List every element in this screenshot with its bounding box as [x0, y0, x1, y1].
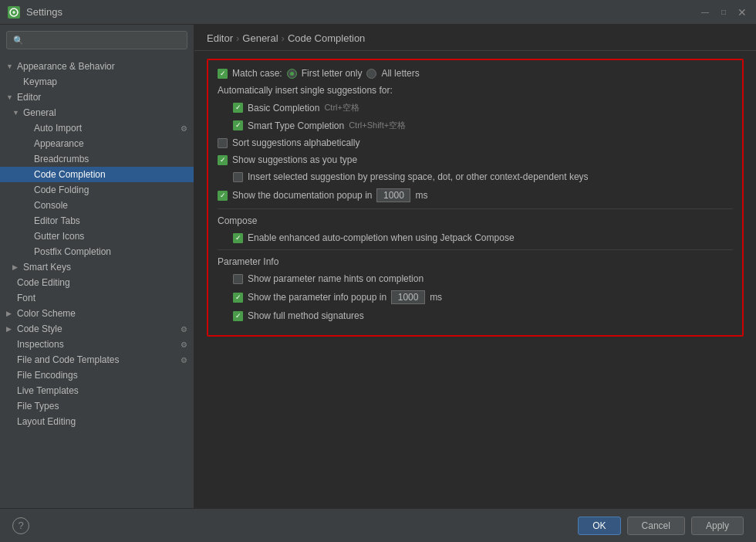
- sort-alpha-label: Sort suggestions alphabetically: [232, 137, 359, 148]
- sidebar-item-code-completion[interactable]: Code Completion: [0, 167, 194, 182]
- maximize-button[interactable]: □: [717, 6, 730, 19]
- insert-selected-checkbox[interactable]: [233, 172, 243, 182]
- expand-icon: ▼: [6, 63, 17, 70]
- all-letters-label: All letters: [381, 68, 419, 79]
- sidebar-item-console[interactable]: Console: [0, 198, 194, 213]
- param-popup-checkbox[interactable]: [233, 293, 243, 303]
- sidebar-item-auto-import[interactable]: Auto Import ⚙: [0, 120, 194, 136]
- show-doc-popup-checkbox[interactable]: [218, 191, 228, 201]
- breadcrumb: Editor › General › Code Completion: [194, 25, 756, 51]
- breadcrumb-sep2: ›: [282, 32, 285, 44]
- sidebar-item-keymap[interactable]: Keymap: [0, 74, 194, 90]
- sidebar-item-gutter-icons[interactable]: Gutter Icons: [0, 229, 194, 244]
- popup-ms-label: ms: [415, 190, 427, 201]
- sidebar-label: Postfix Completion: [34, 246, 187, 257]
- cancel-button[interactable]: Cancel: [627, 517, 685, 535]
- breadcrumb-general: General: [242, 32, 278, 44]
- param-name-hints-label: Show parameter name hints on completion: [248, 273, 424, 284]
- sort-alpha-row: Sort suggestions alphabetically: [218, 137, 733, 148]
- sort-alpha-checkbox[interactable]: [218, 138, 228, 148]
- sidebar-item-color-scheme[interactable]: ▶ Color Scheme: [0, 306, 194, 321]
- sidebar-item-code-folding[interactable]: Code Folding: [0, 182, 194, 198]
- first-letter-radio[interactable]: [287, 69, 297, 79]
- sidebar-item-appearance[interactable]: Appearance: [0, 136, 194, 151]
- separator1: [218, 208, 733, 209]
- match-case-checkbox[interactable]: [218, 69, 228, 79]
- sidebar-item-layout-editing[interactable]: Layout Editing: [0, 414, 194, 429]
- smart-type-label: Smart Type Completion: [248, 120, 344, 131]
- sidebar-item-appearance-behavior[interactable]: ▼ Appearance & Behavior: [0, 59, 194, 74]
- sidebar-item-file-types[interactable]: File Types: [0, 398, 194, 414]
- settings-icon: ⚙: [181, 325, 187, 334]
- sidebar-item-file-encodings[interactable]: File Encodings: [0, 368, 194, 383]
- search-input[interactable]: [27, 35, 181, 46]
- param-popup-label: Show the parameter info popup in: [248, 292, 386, 303]
- sidebar-item-postfix-completion[interactable]: Postfix Completion: [0, 244, 194, 259]
- sidebar-label: Appearance & Behavior: [17, 61, 187, 72]
- smart-type-row: Smart Type Completion Ctrl+Shift+空格: [218, 120, 733, 131]
- sidebar: 🔍 ▼ Appearance & Behavior Keymap ▼ Edito…: [0, 25, 194, 508]
- settings-icon: ⚙: [181, 356, 187, 364]
- sidebar-label: Live Templates: [17, 385, 187, 396]
- all-letters-radio[interactable]: [366, 69, 376, 79]
- expand-icon: ▶: [6, 310, 17, 317]
- apply-button[interactable]: Apply: [691, 517, 744, 535]
- expand-icon: ▼: [12, 109, 23, 117]
- compose-enable-checkbox[interactable]: [233, 233, 243, 243]
- sidebar-item-file-code-templates[interactable]: File and Code Templates ⚙: [0, 352, 194, 368]
- sidebar-label: Inspections: [17, 339, 177, 350]
- param-info-section-label: Parameter Info: [218, 256, 278, 267]
- param-ms-label: ms: [430, 292, 442, 303]
- param-name-hints-row: Show parameter name hints on completion: [218, 273, 733, 284]
- sidebar-label: Console: [34, 200, 187, 211]
- window-title: Settings: [26, 6, 699, 18]
- close-button[interactable]: ✕: [736, 6, 748, 19]
- show-as-type-row: Show suggestions as you type: [218, 154, 733, 165]
- basic-completion-checkbox[interactable]: [233, 103, 243, 113]
- sidebar-label: Appearance: [34, 138, 187, 149]
- popup-delay-input[interactable]: [376, 188, 410, 202]
- settings-panel: Match case: First letter only All letter…: [194, 51, 756, 508]
- match-case-row: Match case: First letter only All letter…: [218, 68, 733, 79]
- sidebar-item-smart-keys[interactable]: ▶ Smart Keys: [0, 259, 194, 275]
- separator2: [218, 249, 733, 250]
- show-doc-popup-label: Show the documentation popup in: [232, 190, 372, 201]
- bottom-buttons: OK Cancel Apply: [578, 517, 744, 535]
- basic-shortcut: Ctrl+空格: [324, 102, 359, 113]
- smart-type-checkbox[interactable]: [233, 120, 243, 130]
- auto-insert-row: Automatically insert single suggestions …: [218, 85, 733, 96]
- insert-selected-label: Insert selected suggestion by pressing s…: [248, 171, 589, 182]
- help-button[interactable]: ?: [12, 517, 29, 534]
- sidebar-label: General: [23, 107, 187, 118]
- sidebar-item-font[interactable]: Font: [0, 290, 194, 306]
- ok-button[interactable]: OK: [578, 517, 620, 535]
- sidebar-label: Breadcrumbs: [34, 154, 187, 164]
- sidebar-item-code-style[interactable]: ▶ Code Style ⚙: [0, 321, 194, 337]
- expand-icon: ▶: [6, 325, 17, 333]
- sidebar-item-inspections[interactable]: Inspections ⚙: [0, 337, 194, 352]
- sidebar-label: Color Scheme: [17, 308, 187, 319]
- sidebar-item-live-templates[interactable]: Live Templates: [0, 383, 194, 398]
- main-layout: 🔍 ▼ Appearance & Behavior Keymap ▼ Edito…: [0, 25, 756, 508]
- sidebar-label: File Encodings: [17, 370, 187, 381]
- content-area: Editor › General › Code Completion Match…: [194, 25, 756, 508]
- sidebar-label: Gutter Icons: [34, 231, 187, 242]
- sidebar-item-editor[interactable]: ▼ Editor: [0, 90, 194, 105]
- search-box[interactable]: 🔍: [6, 31, 187, 49]
- param-delay-input[interactable]: [391, 290, 425, 304]
- sidebar-item-general[interactable]: ▼ General: [0, 105, 194, 120]
- basic-completion-label: Basic Completion: [248, 103, 319, 113]
- compose-enable-label: Enable enhanced auto-completion when usi…: [248, 232, 515, 243]
- sidebar-item-editor-tabs[interactable]: Editor Tabs: [0, 213, 194, 229]
- expand-icon: ▼: [6, 93, 17, 101]
- show-full-sigs-checkbox[interactable]: [233, 311, 243, 321]
- show-doc-popup-row: Show the documentation popup in ms: [218, 188, 733, 202]
- settings-icon: ⚙: [181, 124, 187, 133]
- minimize-button[interactable]: —: [699, 6, 711, 19]
- sidebar-item-breadcrumbs[interactable]: Breadcrumbs: [0, 151, 194, 167]
- param-name-hints-checkbox[interactable]: [233, 274, 243, 284]
- show-as-type-checkbox[interactable]: [218, 155, 228, 165]
- compose-section-label: Compose: [218, 215, 257, 226]
- sidebar-item-code-editing[interactable]: Code Editing: [0, 275, 194, 290]
- breadcrumb-code-completion: Code Completion: [288, 32, 365, 44]
